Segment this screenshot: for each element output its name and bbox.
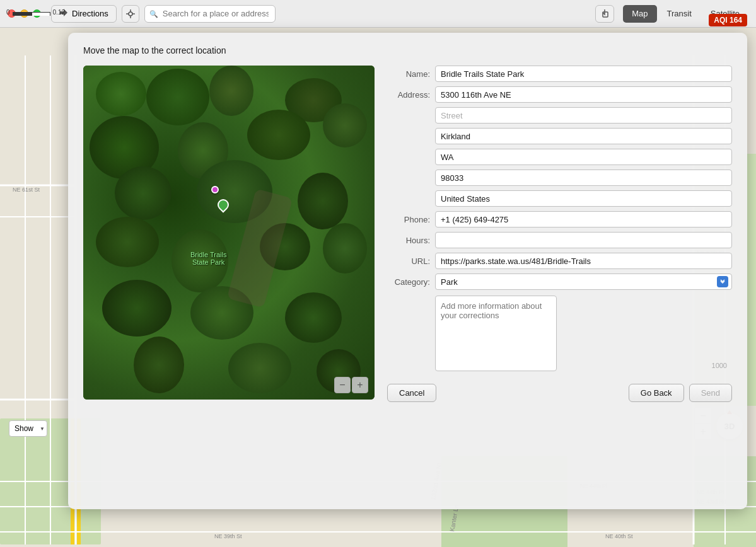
correction-panel: Move the map to the correct location [68, 33, 747, 509]
send-button[interactable]: Send [689, 384, 732, 402]
sat-map-label: Bridle TrailsState Park [190, 251, 226, 266]
svg-text:NE 39th St: NE 39th St [214, 533, 242, 539]
sat-map-inner: Bridle TrailsState Park − + [83, 66, 375, 400]
show-select[interactable]: Show [9, 420, 47, 437]
address-label: Address: [387, 90, 430, 100]
zoom-controls: − + [334, 377, 368, 393]
state-row [387, 149, 732, 165]
address-input[interactable] [435, 86, 732, 103]
name-label: Name: [387, 69, 430, 79]
hours-row: Hours: [387, 232, 732, 248]
category-select[interactable]: Park Restaurant Hotel Store Gas Station … [435, 274, 732, 290]
phone-label: Phone: [387, 215, 430, 224]
panel-buttons: Cancel Go Back Send [387, 384, 732, 402]
zoom-out-button[interactable]: − [334, 377, 351, 393]
show-dropdown: Show ▼ [9, 420, 47, 437]
notes-wrapper: 1000 [435, 296, 732, 373]
search-wrapper [144, 5, 590, 23]
satellite-map[interactable]: Bridle TrailsState Park − + [83, 66, 375, 400]
aqi-badge: AQI 164 [709, 14, 747, 26]
notes-row: 1000 [387, 296, 732, 373]
form-area: Name: Address: [387, 66, 732, 492]
panel-body: Bridle TrailsState Park − + Name: Addres… [83, 66, 732, 492]
svg-point-1 [129, 12, 132, 16]
share-button[interactable] [595, 5, 614, 23]
notes-textarea[interactable] [435, 296, 557, 371]
category-wrapper: Park Restaurant Hotel Store Gas Station … [435, 274, 732, 290]
name-input[interactable] [435, 66, 732, 82]
url-label: URL: [387, 256, 430, 266]
svg-text:NE 61st St: NE 61st St [13, 187, 40, 193]
hours-label: Hours: [387, 236, 430, 245]
street-input[interactable] [435, 107, 732, 124]
address-row: Address: [387, 86, 732, 103]
hours-input[interactable] [435, 232, 732, 248]
cancel-button[interactable]: Cancel [387, 384, 436, 402]
zip-input[interactable] [435, 170, 732, 186]
scale-bar: 0 0.12 [6, 9, 65, 16]
go-back-button[interactable]: Go Back [629, 384, 684, 402]
tab-transit[interactable]: Transit [658, 5, 701, 23]
phone-input[interactable] [435, 211, 732, 227]
tab-map[interactable]: Map [623, 5, 656, 23]
country-row [387, 190, 732, 207]
name-row: Name: [387, 66, 732, 82]
city-input[interactable] [435, 128, 732, 144]
panel-title: Move the map to the correct location [83, 45, 732, 55]
state-input[interactable] [435, 149, 732, 165]
svg-text:NE 40th St: NE 40th St [605, 533, 633, 539]
zip-row [387, 170, 732, 186]
category-row: Category: Park Restaurant Hotel Store Ga… [387, 274, 732, 290]
category-label: Category: [387, 277, 430, 287]
location-button[interactable] [122, 5, 139, 23]
street-row [387, 107, 732, 124]
map-pin-purple [211, 186, 219, 193]
phone-row: Phone: [387, 211, 732, 227]
zoom-in-button[interactable]: + [352, 377, 368, 393]
city-row [387, 128, 732, 144]
url-row: URL: [387, 253, 732, 269]
directions-label: Directions [72, 9, 108, 18]
country-input[interactable] [435, 190, 732, 207]
titlebar: Directions Map Transit Satellite [0, 0, 756, 28]
button-group: Go Back Send [629, 384, 732, 402]
url-input[interactable] [435, 253, 732, 269]
search-input[interactable] [144, 5, 276, 23]
char-count: 1000 [712, 362, 727, 369]
